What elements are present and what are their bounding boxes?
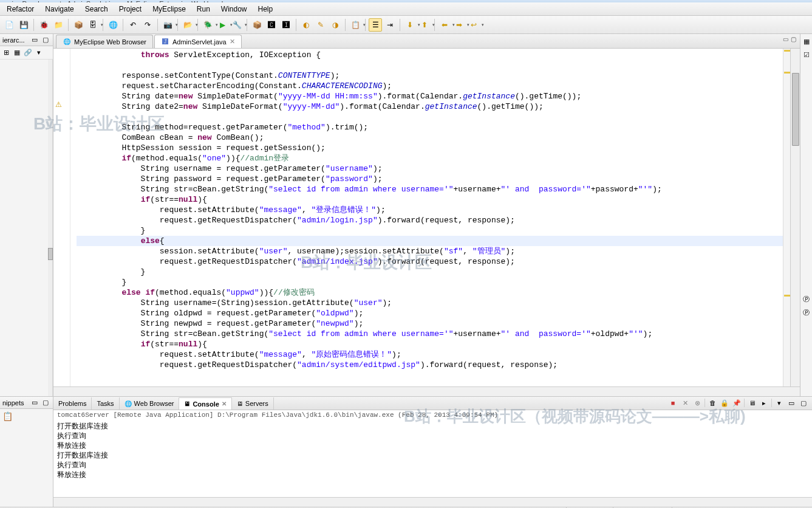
clear-icon[interactable]: 🗑 [708,398,717,408]
code-line[interactable]: if(str==null){ [84,194,783,205]
code-line[interactable]: request.getRequestDispatcher("admin/inde… [84,256,783,267]
menu-search[interactable]: Search [80,3,114,15]
code-line[interactable]: } [84,225,783,236]
open-console-icon[interactable]: ▸ [759,398,769,408]
code-line[interactable]: session.setAttribute("user", username);s… [84,246,783,256]
code-line[interactable]: String date=new SimpleDateFormat("yyyy-M… [84,91,783,101]
console-tab-web-browser[interactable]: 🌐Web Browser [120,397,180,410]
indent-icon[interactable]: ⇥ [383,18,397,32]
pin-icon[interactable]: 📌 [732,398,742,408]
code-line[interactable]: else if(method.equals("uppwd")){//修改密码 [84,287,783,298]
code-line[interactable]: request.getRequestDispatcher("admin/syst… [84,360,783,370]
code-line[interactable]: response.setContentType(Constant.CONTENT… [84,70,783,81]
new-console-icon[interactable]: ▾ [774,398,784,408]
open-type-icon[interactable]: 📂 [181,18,194,32]
menu-project[interactable]: Project [114,3,147,15]
server-icon[interactable]: 🗄 [86,18,100,32]
code-line[interactable]: if(str==null){ [84,339,783,349]
menu-icon[interactable]: ▾ [34,48,44,58]
menu-run[interactable]: Run [191,3,216,15]
tab-browser[interactable]: 🌐 MyEclipse Web Browser [56,35,153,48]
new-intf-icon[interactable]: 🅸 [279,18,293,32]
palette3-icon[interactable]: ◑ [329,18,342,32]
maximize-editor-icon[interactable]: ▢ [791,36,796,43]
run-icon[interactable]: ▶ [216,18,229,32]
up-icon[interactable]: ⬆ [418,18,431,32]
camera-icon[interactable]: 📷 [161,18,174,32]
down-icon[interactable]: ⬇ [403,18,417,32]
code-line[interactable]: if(method.equals("one")){//admin登录 [84,153,783,163]
new-class-icon[interactable]: 🅲 [265,18,278,32]
ext-tools-icon[interactable]: 🔧 [230,18,244,32]
debug-icon[interactable]: 🪲 [201,18,214,32]
console-tab-tasks[interactable]: Tasks [92,397,119,410]
code-editor[interactable]: throws ServletException, IOException { r… [77,49,783,386]
task-icon[interactable]: ☑ [802,50,811,60]
maximize-icon[interactable]: ▢ [41,35,50,45]
code-line[interactable]: request.setCharacterEncoding(Constant.CH… [84,81,783,91]
warning-marker-icon[interactable]: ⚠ [55,100,64,109]
remove-icon[interactable]: ✕ [680,398,690,408]
new-icon[interactable]: 📄 [2,18,16,32]
snippet-icon[interactable]: 📋 [2,411,13,421]
minimize-console-icon[interactable]: ▭ [786,398,796,408]
last-edit-icon[interactable]: ↩ [467,18,480,32]
folder-icon[interactable]: 📁 [52,18,65,32]
undo-icon[interactable]: ↶ [126,18,140,32]
code-line[interactable]: ComBean cBean = new ComBean(); [84,132,783,143]
left-ruler[interactable] [48,60,53,396]
scroll-lock-icon[interactable]: 🔒 [720,398,729,408]
menu-help[interactable]: Help [253,3,279,15]
console-output[interactable]: 打开数据库连接执行查询释放连接打开数据库连接执行查询释放连接 [53,420,812,497]
console-scrollbar[interactable] [53,497,812,507]
menu-window[interactable]: Window [216,3,253,15]
prop2-icon[interactable]: Ⓟ [802,307,811,317]
console-tab-problems[interactable]: Problems [53,397,92,410]
close-icon[interactable]: ✕ [230,38,235,46]
code-line[interactable]: String oldpwd = request.getParameter("ol… [84,308,783,318]
link-icon[interactable]: 🔗 [23,48,33,58]
code-line[interactable]: } [84,277,783,287]
horizontal-scrollbar[interactable] [53,386,800,396]
code-line[interactable]: request.setAttribute("message", "原始密码信息错… [84,349,783,360]
minimize-icon[interactable]: ▭ [30,398,39,408]
tab-adminservlet[interactable]: 🅹 AdminServlet.java ✕ [154,35,242,48]
code-line[interactable] [84,112,783,122]
vertical-scrollbar[interactable] [790,49,800,386]
bug-icon[interactable]: 🐞 [37,18,50,32]
deploy-icon[interactable]: 📦 [72,18,85,32]
forward-icon[interactable]: ➡ [452,18,466,32]
format-icon[interactable]: ☰ [369,18,382,32]
code-line[interactable]: request.setAttribute("message", "登录信息错误！… [84,205,783,215]
back-icon[interactable]: ⬅ [438,18,451,32]
minimize-icon[interactable]: ▭ [30,35,39,45]
maximize-icon[interactable]: ▢ [41,398,50,408]
code-line[interactable]: request.getRequestDispatcher("admin/logi… [84,215,783,225]
console-tab-servers[interactable]: 🖥Servers [232,397,274,410]
palette1-icon[interactable]: ◐ [299,18,313,32]
code-line[interactable]: String newpwd = request.getParameter("ne… [84,318,783,329]
menu-myeclipse[interactable]: MyEclipse [147,3,191,15]
display-icon[interactable]: 🖥 [747,398,757,408]
code-line[interactable]: } [84,267,783,277]
code-line[interactable]: String str=cBean.getString("select id fr… [84,329,783,339]
prop-icon[interactable]: Ⓟ [802,294,811,304]
filter-icon[interactable]: ▦ [12,48,22,58]
code-line[interactable]: else{ [84,236,783,246]
redo-icon[interactable]: ↷ [141,18,154,32]
code-line[interactable]: String method=request.getParameter("meth… [84,122,783,132]
editor-gutter[interactable]: ⚠ [53,49,70,386]
copy-icon[interactable]: 📋 [349,18,362,32]
globe-icon[interactable]: 🌐 [106,18,120,32]
menu-refactor[interactable]: Refactor [1,3,39,15]
maximize-console-icon[interactable]: ▢ [799,398,808,408]
palette2-icon[interactable]: ✎ [314,18,327,32]
minimize-editor-icon[interactable]: ▭ [783,36,788,43]
overview-ruler[interactable] [783,49,790,386]
console-tab-console[interactable]: 🖥Console✕ [179,397,231,410]
new-pkg-icon[interactable]: 📦 [250,18,264,32]
tree-icon[interactable]: ⊞ [1,48,11,58]
remove-all-icon[interactable]: ⊗ [692,398,702,408]
code-line[interactable]: String username=(String)session.getAttri… [84,298,783,308]
close-icon[interactable]: ✕ [222,400,227,407]
